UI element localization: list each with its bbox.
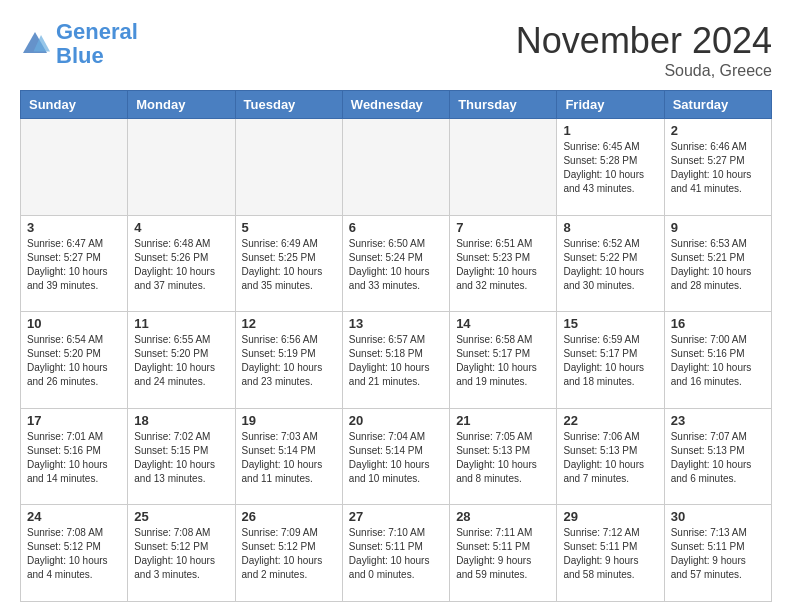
calendar-cell (342, 119, 449, 216)
day-number: 25 (134, 509, 228, 524)
day-number: 12 (242, 316, 336, 331)
day-info: Sunrise: 6:47 AM Sunset: 5:27 PM Dayligh… (27, 237, 121, 293)
calendar-week-0: 1Sunrise: 6:45 AM Sunset: 5:28 PM Daylig… (21, 119, 772, 216)
calendar-cell: 18Sunrise: 7:02 AM Sunset: 5:15 PM Dayli… (128, 408, 235, 505)
day-number: 6 (349, 220, 443, 235)
day-info: Sunrise: 7:13 AM Sunset: 5:11 PM Dayligh… (671, 526, 765, 582)
day-info: Sunrise: 6:45 AM Sunset: 5:28 PM Dayligh… (563, 140, 657, 196)
day-number: 7 (456, 220, 550, 235)
day-number: 2 (671, 123, 765, 138)
day-number: 4 (134, 220, 228, 235)
calendar-cell: 6Sunrise: 6:50 AM Sunset: 5:24 PM Daylig… (342, 215, 449, 312)
calendar-header-saturday: Saturday (664, 91, 771, 119)
day-number: 10 (27, 316, 121, 331)
calendar-cell: 13Sunrise: 6:57 AM Sunset: 5:18 PM Dayli… (342, 312, 449, 409)
day-number: 20 (349, 413, 443, 428)
day-info: Sunrise: 7:02 AM Sunset: 5:15 PM Dayligh… (134, 430, 228, 486)
day-number: 28 (456, 509, 550, 524)
day-info: Sunrise: 6:55 AM Sunset: 5:20 PM Dayligh… (134, 333, 228, 389)
calendar-cell: 21Sunrise: 7:05 AM Sunset: 5:13 PM Dayli… (450, 408, 557, 505)
calendar-cell: 22Sunrise: 7:06 AM Sunset: 5:13 PM Dayli… (557, 408, 664, 505)
logo-icon (20, 29, 50, 59)
calendar-cell: 11Sunrise: 6:55 AM Sunset: 5:20 PM Dayli… (128, 312, 235, 409)
calendar-header-tuesday: Tuesday (235, 91, 342, 119)
day-info: Sunrise: 7:12 AM Sunset: 5:11 PM Dayligh… (563, 526, 657, 582)
day-info: Sunrise: 7:11 AM Sunset: 5:11 PM Dayligh… (456, 526, 550, 582)
day-info: Sunrise: 7:00 AM Sunset: 5:16 PM Dayligh… (671, 333, 765, 389)
calendar-cell (128, 119, 235, 216)
day-number: 27 (349, 509, 443, 524)
day-info: Sunrise: 7:03 AM Sunset: 5:14 PM Dayligh… (242, 430, 336, 486)
calendar-cell: 16Sunrise: 7:00 AM Sunset: 5:16 PM Dayli… (664, 312, 771, 409)
day-number: 17 (27, 413, 121, 428)
day-info: Sunrise: 7:04 AM Sunset: 5:14 PM Dayligh… (349, 430, 443, 486)
calendar-header-wednesday: Wednesday (342, 91, 449, 119)
day-info: Sunrise: 7:01 AM Sunset: 5:16 PM Dayligh… (27, 430, 121, 486)
calendar-cell: 1Sunrise: 6:45 AM Sunset: 5:28 PM Daylig… (557, 119, 664, 216)
calendar-cell (21, 119, 128, 216)
calendar-cell: 24Sunrise: 7:08 AM Sunset: 5:12 PM Dayli… (21, 505, 128, 602)
calendar-week-2: 10Sunrise: 6:54 AM Sunset: 5:20 PM Dayli… (21, 312, 772, 409)
calendar-header-thursday: Thursday (450, 91, 557, 119)
day-number: 1 (563, 123, 657, 138)
day-number: 9 (671, 220, 765, 235)
calendar-cell: 20Sunrise: 7:04 AM Sunset: 5:14 PM Dayli… (342, 408, 449, 505)
calendar-cell: 8Sunrise: 6:52 AM Sunset: 5:22 PM Daylig… (557, 215, 664, 312)
day-info: Sunrise: 6:54 AM Sunset: 5:20 PM Dayligh… (27, 333, 121, 389)
day-info: Sunrise: 6:46 AM Sunset: 5:27 PM Dayligh… (671, 140, 765, 196)
calendar-cell: 9Sunrise: 6:53 AM Sunset: 5:21 PM Daylig… (664, 215, 771, 312)
calendar-cell: 28Sunrise: 7:11 AM Sunset: 5:11 PM Dayli… (450, 505, 557, 602)
day-info: Sunrise: 7:09 AM Sunset: 5:12 PM Dayligh… (242, 526, 336, 582)
calendar-cell: 14Sunrise: 6:58 AM Sunset: 5:17 PM Dayli… (450, 312, 557, 409)
calendar-cell: 26Sunrise: 7:09 AM Sunset: 5:12 PM Dayli… (235, 505, 342, 602)
day-number: 5 (242, 220, 336, 235)
day-number: 21 (456, 413, 550, 428)
calendar-cell: 23Sunrise: 7:07 AM Sunset: 5:13 PM Dayli… (664, 408, 771, 505)
month-title: November 2024 (516, 20, 772, 62)
calendar-cell: 30Sunrise: 7:13 AM Sunset: 5:11 PM Dayli… (664, 505, 771, 602)
day-number: 24 (27, 509, 121, 524)
calendar-cell: 4Sunrise: 6:48 AM Sunset: 5:26 PM Daylig… (128, 215, 235, 312)
calendar-cell: 15Sunrise: 6:59 AM Sunset: 5:17 PM Dayli… (557, 312, 664, 409)
day-info: Sunrise: 6:53 AM Sunset: 5:21 PM Dayligh… (671, 237, 765, 293)
day-info: Sunrise: 6:49 AM Sunset: 5:25 PM Dayligh… (242, 237, 336, 293)
day-info: Sunrise: 6:59 AM Sunset: 5:17 PM Dayligh… (563, 333, 657, 389)
day-info: Sunrise: 6:57 AM Sunset: 5:18 PM Dayligh… (349, 333, 443, 389)
day-info: Sunrise: 6:48 AM Sunset: 5:26 PM Dayligh… (134, 237, 228, 293)
calendar-week-3: 17Sunrise: 7:01 AM Sunset: 5:16 PM Dayli… (21, 408, 772, 505)
calendar-cell: 27Sunrise: 7:10 AM Sunset: 5:11 PM Dayli… (342, 505, 449, 602)
day-info: Sunrise: 7:08 AM Sunset: 5:12 PM Dayligh… (134, 526, 228, 582)
calendar-cell: 3Sunrise: 6:47 AM Sunset: 5:27 PM Daylig… (21, 215, 128, 312)
day-number: 8 (563, 220, 657, 235)
day-number: 29 (563, 509, 657, 524)
day-info: Sunrise: 6:50 AM Sunset: 5:24 PM Dayligh… (349, 237, 443, 293)
day-number: 22 (563, 413, 657, 428)
logo-blue: Blue (56, 43, 104, 68)
calendar-cell (235, 119, 342, 216)
calendar-cell: 25Sunrise: 7:08 AM Sunset: 5:12 PM Dayli… (128, 505, 235, 602)
day-info: Sunrise: 7:08 AM Sunset: 5:12 PM Dayligh… (27, 526, 121, 582)
calendar-header-sunday: Sunday (21, 91, 128, 119)
calendar-cell: 7Sunrise: 6:51 AM Sunset: 5:23 PM Daylig… (450, 215, 557, 312)
day-info: Sunrise: 7:07 AM Sunset: 5:13 PM Dayligh… (671, 430, 765, 486)
day-info: Sunrise: 6:58 AM Sunset: 5:17 PM Dayligh… (456, 333, 550, 389)
day-number: 15 (563, 316, 657, 331)
calendar-cell: 29Sunrise: 7:12 AM Sunset: 5:11 PM Dayli… (557, 505, 664, 602)
day-info: Sunrise: 7:05 AM Sunset: 5:13 PM Dayligh… (456, 430, 550, 486)
calendar-cell: 5Sunrise: 6:49 AM Sunset: 5:25 PM Daylig… (235, 215, 342, 312)
day-number: 26 (242, 509, 336, 524)
day-number: 23 (671, 413, 765, 428)
day-number: 13 (349, 316, 443, 331)
header: General Blue November 2024 Souda, Greece (20, 20, 772, 80)
calendar-week-1: 3Sunrise: 6:47 AM Sunset: 5:27 PM Daylig… (21, 215, 772, 312)
title-section: November 2024 Souda, Greece (516, 20, 772, 80)
day-info: Sunrise: 7:06 AM Sunset: 5:13 PM Dayligh… (563, 430, 657, 486)
calendar-week-4: 24Sunrise: 7:08 AM Sunset: 5:12 PM Dayli… (21, 505, 772, 602)
calendar-cell (450, 119, 557, 216)
day-info: Sunrise: 6:52 AM Sunset: 5:22 PM Dayligh… (563, 237, 657, 293)
day-info: Sunrise: 7:10 AM Sunset: 5:11 PM Dayligh… (349, 526, 443, 582)
day-number: 30 (671, 509, 765, 524)
calendar-header-monday: Monday (128, 91, 235, 119)
calendar-cell: 12Sunrise: 6:56 AM Sunset: 5:19 PM Dayli… (235, 312, 342, 409)
day-number: 3 (27, 220, 121, 235)
